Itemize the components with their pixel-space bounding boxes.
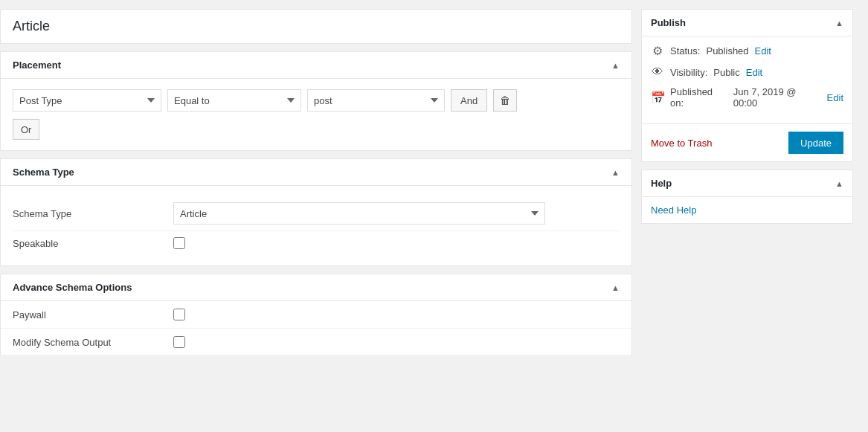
- page-title: Article: [13, 19, 620, 34]
- published-row: 📅 Published on: Jun 7, 2019 @ 00:00 Edit: [651, 86, 843, 109]
- published-label: Published on:: [670, 86, 727, 109]
- advance-schema-heading: Advance Schema Options: [13, 282, 132, 293]
- advance-schema-panel: Advance Schema Options ▲ Paywall Modify …: [0, 274, 632, 356]
- help-panel-header: Help ▲: [642, 170, 852, 197]
- status-icon: ⚙: [651, 44, 664, 58]
- paywall-checkbox[interactable]: [173, 309, 185, 320]
- advance-schema-panel-body: Paywall Modify Schema Output: [1, 301, 631, 355]
- schema-type-label: Schema Type: [13, 208, 161, 219]
- delete-condition-button[interactable]: 🗑: [493, 89, 517, 112]
- placement-conditions-row: Post Type Page Type Category Equal to No…: [13, 89, 620, 112]
- speakable-checkbox[interactable]: [173, 237, 185, 249]
- schema-type-row: Schema Type Article BlogPosting NewsArti…: [13, 196, 620, 231]
- publish-collapse-icon[interactable]: ▲: [835, 19, 843, 28]
- advance-schema-panel-header: Advance Schema Options ▲: [1, 274, 631, 301]
- visibility-row: 👁 Visibility: Public Edit: [651, 65, 843, 79]
- visibility-edit-link[interactable]: Edit: [746, 67, 762, 78]
- published-edit-link[interactable]: Edit: [827, 92, 843, 103]
- schema-type-panel-body: Schema Type Article BlogPosting NewsArti…: [1, 186, 631, 265]
- post-value-select[interactable]: post page attachment: [307, 89, 445, 112]
- update-button[interactable]: Update: [788, 132, 843, 154]
- need-help-link[interactable]: Need Help: [651, 204, 696, 216]
- publish-panel-header: Publish ▲: [642, 10, 852, 36]
- published-value: Jun 7, 2019 @ 00:00: [733, 86, 821, 109]
- or-row: Or: [13, 119, 620, 140]
- trash-icon: 🗑: [500, 94, 510, 106]
- placement-heading: Placement: [13, 59, 61, 71]
- help-panel: Help ▲ Need Help: [641, 170, 853, 224]
- schema-type-heading: Schema Type: [13, 167, 74, 178]
- speakable-label: Speakable: [13, 238, 161, 249]
- placement-collapse-icon[interactable]: ▲: [611, 61, 620, 70]
- move-to-trash-button[interactable]: Move to Trash: [651, 138, 712, 149]
- placement-panel: Placement ▲ Post Type Page Type Category…: [0, 51, 632, 151]
- placement-panel-body: Post Type Page Type Category Equal to No…: [1, 79, 631, 150]
- visibility-value: Public: [713, 67, 739, 78]
- schema-type-select[interactable]: Article BlogPosting NewsArticle Report S…: [173, 202, 545, 225]
- speakable-row: Speakable: [13, 231, 620, 255]
- publish-heading: Publish: [651, 17, 686, 28]
- schema-type-collapse-icon[interactable]: ▲: [611, 168, 620, 177]
- schema-type-panel: Schema Type ▲ Schema Type Article BlogPo…: [0, 158, 632, 266]
- status-label: Status:: [670, 45, 700, 57]
- schema-type-panel-header: Schema Type ▲: [1, 159, 631, 186]
- help-heading: Help: [651, 178, 672, 189]
- or-button[interactable]: Or: [13, 119, 39, 140]
- status-row: ⚙ Status: Published Edit: [651, 44, 843, 58]
- modify-schema-row: Modify Schema Output: [1, 329, 631, 355]
- publish-actions: Move to Trash Update: [642, 123, 852, 161]
- help-collapse-icon[interactable]: ▲: [835, 179, 843, 188]
- page-title-box: Article: [0, 9, 632, 44]
- paywall-label: Paywall: [13, 309, 161, 320]
- paywall-row: Paywall: [1, 301, 631, 329]
- status-edit-link[interactable]: Edit: [755, 45, 771, 57]
- publish-panel-body: ⚙ Status: Published Edit 👁 Visibility: P…: [642, 36, 852, 123]
- modify-schema-checkbox[interactable]: [173, 336, 185, 348]
- calendar-icon: 📅: [651, 91, 664, 105]
- sidebar: Publish ▲ ⚙ Status: Published Edit 👁 Vis…: [641, 0, 853, 432]
- post-type-select[interactable]: Post Type Page Type Category: [13, 89, 161, 112]
- status-value: Published: [706, 45, 748, 57]
- visibility-label: Visibility:: [670, 67, 707, 78]
- publish-panel: Publish ▲ ⚙ Status: Published Edit 👁 Vis…: [641, 9, 853, 162]
- placement-panel-header: Placement ▲: [1, 52, 631, 79]
- visibility-icon: 👁: [651, 65, 664, 79]
- modify-schema-label: Modify Schema Output: [13, 337, 161, 348]
- equal-to-select[interactable]: Equal to Not Equal to: [167, 89, 301, 112]
- advance-schema-collapse-icon[interactable]: ▲: [611, 283, 620, 292]
- help-panel-body: Need Help: [642, 197, 852, 223]
- and-button[interactable]: And: [451, 89, 487, 112]
